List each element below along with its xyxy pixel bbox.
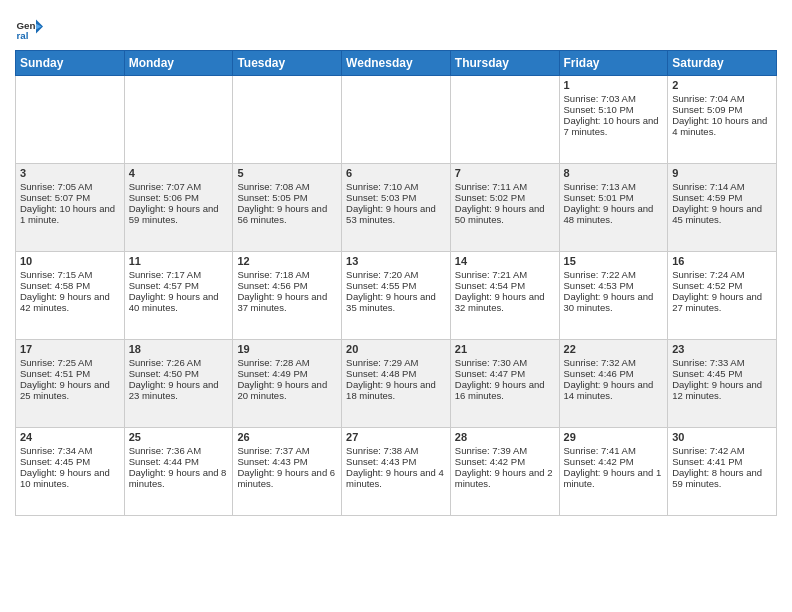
day-info: Sunrise: 7:25 AM <box>20 357 120 368</box>
day-info: Daylight: 9 hours and 30 minutes. <box>564 291 664 313</box>
calendar-cell: 26Sunrise: 7:37 AMSunset: 4:43 PMDayligh… <box>233 428 342 516</box>
day-number: 5 <box>237 167 337 179</box>
day-number: 6 <box>346 167 446 179</box>
day-info: Daylight: 9 hours and 56 minutes. <box>237 203 337 225</box>
day-info: Daylight: 9 hours and 48 minutes. <box>564 203 664 225</box>
day-info: Daylight: 9 hours and 35 minutes. <box>346 291 446 313</box>
day-info: Sunset: 4:44 PM <box>129 456 229 467</box>
calendar-cell: 22Sunrise: 7:32 AMSunset: 4:46 PMDayligh… <box>559 340 668 428</box>
day-header-friday: Friday <box>559 51 668 76</box>
day-info: Sunrise: 7:21 AM <box>455 269 555 280</box>
day-info: Sunset: 4:57 PM <box>129 280 229 291</box>
day-info: Sunrise: 7:13 AM <box>564 181 664 192</box>
day-info: Daylight: 9 hours and 50 minutes. <box>455 203 555 225</box>
day-info: Sunset: 4:50 PM <box>129 368 229 379</box>
day-info: Sunset: 4:42 PM <box>564 456 664 467</box>
day-number: 13 <box>346 255 446 267</box>
day-info: Sunset: 4:43 PM <box>346 456 446 467</box>
day-info: Sunset: 4:47 PM <box>455 368 555 379</box>
day-info: Daylight: 9 hours and 53 minutes. <box>346 203 446 225</box>
day-info: Sunrise: 7:42 AM <box>672 445 772 456</box>
day-info: Daylight: 9 hours and 32 minutes. <box>455 291 555 313</box>
calendar-cell: 2Sunrise: 7:04 AMSunset: 5:09 PMDaylight… <box>668 76 777 164</box>
day-info: Daylight: 9 hours and 10 minutes. <box>20 467 120 489</box>
day-number: 4 <box>129 167 229 179</box>
day-number: 17 <box>20 343 120 355</box>
day-info: Sunrise: 7:11 AM <box>455 181 555 192</box>
logo: Gene ral <box>15 14 47 42</box>
day-info: Daylight: 9 hours and 12 minutes. <box>672 379 772 401</box>
day-info: Sunrise: 7:26 AM <box>129 357 229 368</box>
day-info: Sunset: 5:01 PM <box>564 192 664 203</box>
day-info: Sunset: 4:55 PM <box>346 280 446 291</box>
day-number: 8 <box>564 167 664 179</box>
day-info: Sunrise: 7:37 AM <box>237 445 337 456</box>
day-info: Sunset: 4:56 PM <box>237 280 337 291</box>
day-info: Daylight: 10 hours and 4 minutes. <box>672 115 772 137</box>
day-number: 12 <box>237 255 337 267</box>
day-info: Sunrise: 7:07 AM <box>129 181 229 192</box>
day-number: 26 <box>237 431 337 443</box>
day-info: Sunrise: 7:17 AM <box>129 269 229 280</box>
day-info: Sunrise: 7:33 AM <box>672 357 772 368</box>
day-info: Daylight: 9 hours and 25 minutes. <box>20 379 120 401</box>
day-number: 15 <box>564 255 664 267</box>
day-info: Sunrise: 7:28 AM <box>237 357 337 368</box>
day-info: Sunset: 4:48 PM <box>346 368 446 379</box>
day-number: 19 <box>237 343 337 355</box>
day-header-saturday: Saturday <box>668 51 777 76</box>
day-info: Daylight: 9 hours and 42 minutes. <box>20 291 120 313</box>
day-number: 22 <box>564 343 664 355</box>
day-info: Daylight: 9 hours and 1 minute. <box>564 467 664 489</box>
day-info: Sunrise: 7:39 AM <box>455 445 555 456</box>
day-info: Daylight: 9 hours and 16 minutes. <box>455 379 555 401</box>
calendar-cell: 16Sunrise: 7:24 AMSunset: 4:52 PMDayligh… <box>668 252 777 340</box>
calendar-cell <box>16 76 125 164</box>
calendar-cell: 9Sunrise: 7:14 AMSunset: 4:59 PMDaylight… <box>668 164 777 252</box>
day-number: 20 <box>346 343 446 355</box>
day-info: Sunset: 4:53 PM <box>564 280 664 291</box>
day-number: 2 <box>672 79 772 91</box>
calendar-cell: 4Sunrise: 7:07 AMSunset: 5:06 PMDaylight… <box>124 164 233 252</box>
day-number: 10 <box>20 255 120 267</box>
day-info: Daylight: 10 hours and 1 minute. <box>20 203 120 225</box>
day-info: Sunrise: 7:41 AM <box>564 445 664 456</box>
day-number: 30 <box>672 431 772 443</box>
day-info: Daylight: 9 hours and 2 minutes. <box>455 467 555 489</box>
day-info: Sunrise: 7:18 AM <box>237 269 337 280</box>
calendar-cell: 29Sunrise: 7:41 AMSunset: 4:42 PMDayligh… <box>559 428 668 516</box>
day-info: Sunrise: 7:38 AM <box>346 445 446 456</box>
day-number: 24 <box>20 431 120 443</box>
day-info: Daylight: 9 hours and 37 minutes. <box>237 291 337 313</box>
calendar-cell: 27Sunrise: 7:38 AMSunset: 4:43 PMDayligh… <box>342 428 451 516</box>
day-header-wednesday: Wednesday <box>342 51 451 76</box>
calendar: SundayMondayTuesdayWednesdayThursdayFrid… <box>15 50 777 516</box>
day-info: Sunrise: 7:15 AM <box>20 269 120 280</box>
day-info: Daylight: 10 hours and 7 minutes. <box>564 115 664 137</box>
day-info: Sunrise: 7:20 AM <box>346 269 446 280</box>
day-info: Sunset: 5:06 PM <box>129 192 229 203</box>
calendar-cell: 23Sunrise: 7:33 AMSunset: 4:45 PMDayligh… <box>668 340 777 428</box>
calendar-cell: 17Sunrise: 7:25 AMSunset: 4:51 PMDayligh… <box>16 340 125 428</box>
calendar-cell: 15Sunrise: 7:22 AMSunset: 4:53 PMDayligh… <box>559 252 668 340</box>
calendar-cell: 28Sunrise: 7:39 AMSunset: 4:42 PMDayligh… <box>450 428 559 516</box>
calendar-cell: 14Sunrise: 7:21 AMSunset: 4:54 PMDayligh… <box>450 252 559 340</box>
calendar-cell: 1Sunrise: 7:03 AMSunset: 5:10 PMDaylight… <box>559 76 668 164</box>
calendar-cell: 21Sunrise: 7:30 AMSunset: 4:47 PMDayligh… <box>450 340 559 428</box>
day-number: 16 <box>672 255 772 267</box>
day-info: Sunrise: 7:29 AM <box>346 357 446 368</box>
day-info: Sunset: 4:41 PM <box>672 456 772 467</box>
day-info: Sunrise: 7:10 AM <box>346 181 446 192</box>
day-info: Daylight: 9 hours and 40 minutes. <box>129 291 229 313</box>
calendar-cell: 8Sunrise: 7:13 AMSunset: 5:01 PMDaylight… <box>559 164 668 252</box>
day-info: Daylight: 9 hours and 20 minutes. <box>237 379 337 401</box>
day-info: Sunset: 5:05 PM <box>237 192 337 203</box>
day-info: Sunset: 4:51 PM <box>20 368 120 379</box>
day-info: Sunset: 5:10 PM <box>564 104 664 115</box>
day-info: Sunrise: 7:30 AM <box>455 357 555 368</box>
day-info: Daylight: 9 hours and 27 minutes. <box>672 291 772 313</box>
day-info: Daylight: 9 hours and 18 minutes. <box>346 379 446 401</box>
day-info: Sunset: 4:54 PM <box>455 280 555 291</box>
calendar-cell <box>233 76 342 164</box>
day-number: 21 <box>455 343 555 355</box>
